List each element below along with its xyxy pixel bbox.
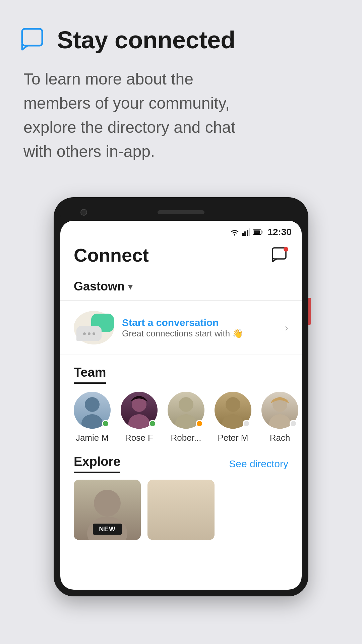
conversation-text: Start a conversation Great connections s… <box>122 317 277 339</box>
explore-cards: NEW <box>60 473 302 547</box>
start-conversation-link[interactable]: Start a conversation <box>122 317 277 328</box>
svg-rect-4 <box>249 228 250 236</box>
svg-point-17 <box>269 414 291 429</box>
svg-rect-1 <box>242 233 244 236</box>
avatar-wrap-rose <box>121 392 158 429</box>
dot-3 <box>93 332 95 335</box>
svg-rect-0 <box>22 29 42 46</box>
svg-point-12 <box>179 397 193 412</box>
explore-title-wrap: Explore <box>74 454 120 473</box>
conversation-card[interactable]: Start a conversation Great connections s… <box>60 301 302 355</box>
explore-section-title: Explore <box>74 454 120 473</box>
avatar-wrap-peter <box>215 392 251 429</box>
explore-card-2[interactable] <box>147 480 215 540</box>
app-title: Connect <box>74 244 149 266</box>
team-member-rachel[interactable]: Rach <box>261 392 298 443</box>
notification-button[interactable] <box>272 247 288 264</box>
svg-point-18 <box>94 490 121 517</box>
dot-1 <box>83 332 86 335</box>
status-time: 12:30 <box>267 227 292 237</box>
status-dot-robert <box>196 420 203 427</box>
status-bar: 12:30 <box>60 221 302 241</box>
page-title: Stay connected <box>57 27 235 53</box>
wifi-icon <box>230 228 239 236</box>
svg-point-14 <box>226 397 240 412</box>
notification-dot <box>284 247 288 252</box>
svg-rect-6 <box>254 230 260 234</box>
member-name-robert: Rober... <box>171 433 201 443</box>
status-dot-rose <box>149 420 156 427</box>
member-name-rachel: Rach <box>270 433 290 443</box>
status-dot-peter <box>243 420 250 427</box>
phone-speaker <box>158 210 204 214</box>
explore-section-header: Explore See directory <box>60 451 302 473</box>
team-member-rose[interactable]: Rose F <box>121 392 158 443</box>
app-header: Connect <box>60 241 302 273</box>
conversation-subtitle: Great connections start with 👋 <box>122 328 243 338</box>
chat-icon <box>20 27 47 54</box>
status-icons <box>230 228 263 236</box>
svg-rect-2 <box>244 231 246 236</box>
svg-point-9 <box>81 414 103 429</box>
member-name-rose: Rose F <box>125 433 153 443</box>
team-member-robert[interactable]: Rober... <box>168 392 204 443</box>
avatar-wrap-rachel <box>261 392 298 429</box>
new-badge: NEW <box>93 524 122 535</box>
phone-screen: 12:30 Connect Gastown ▾ <box>60 221 302 590</box>
bubble-grey <box>76 326 102 341</box>
header-row: Stay connected <box>20 27 342 54</box>
top-section: Stay connected To learn more about the m… <box>0 0 362 177</box>
phone-frame: 12:30 Connect Gastown ▾ <box>54 197 308 596</box>
dot-2 <box>88 332 90 335</box>
status-dot-jamie <box>102 420 109 427</box>
page-subtitle: To learn more about the members of your … <box>20 67 248 164</box>
see-directory-link[interactable]: See directory <box>229 458 288 470</box>
svg-point-13 <box>175 414 197 429</box>
svg-rect-3 <box>247 230 248 236</box>
svg-point-15 <box>222 414 244 429</box>
phone-container: 12:30 Connect Gastown ▾ <box>0 197 362 596</box>
team-member-jamie[interactable]: Jamie M <box>74 392 111 443</box>
phone-side-button <box>308 298 311 325</box>
signal-icon <box>242 228 250 236</box>
avatar-wrap-jamie <box>74 392 111 429</box>
svg-point-11 <box>128 414 150 429</box>
member-name-peter: Peter M <box>218 433 248 443</box>
location-name: Gastown <box>74 279 125 293</box>
phone-notch <box>60 204 302 221</box>
avatar-wrap-robert <box>168 392 204 429</box>
svg-point-8 <box>85 397 100 412</box>
member-name-jamie: Jamie M <box>76 433 109 443</box>
team-member-peter[interactable]: Peter M <box>215 392 251 443</box>
team-section-title: Team <box>74 365 106 384</box>
explore-card-1[interactable]: NEW <box>74 480 141 540</box>
location-bar[interactable]: Gastown ▾ <box>60 273 302 301</box>
status-dot-rachel <box>290 420 297 427</box>
chevron-down-icon: ▾ <box>128 281 133 292</box>
team-scroll: Jamie M Rose F <box>60 384 302 451</box>
team-section-header: Team <box>60 355 302 384</box>
battery-icon <box>253 229 263 235</box>
phone-camera <box>80 209 87 216</box>
chevron-right-icon: › <box>285 322 288 333</box>
conversation-bubbles <box>74 311 114 344</box>
